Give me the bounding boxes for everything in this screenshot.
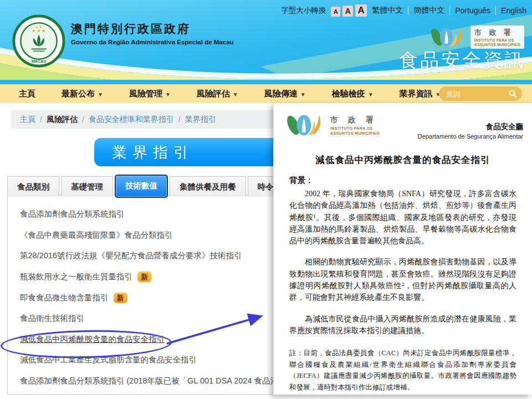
list-item-label: 《食品中農藥最高殘留限量》食品分類指引: [20, 230, 173, 241]
utility-bar: 字型大小轉換 AAA 繁體中文簡體中文PortuguêsEnglish: [281, 4, 526, 17]
list-item-label: 食品衛生技術指引: [20, 313, 84, 324]
nav-item-label: 風險傳達: [264, 89, 298, 99]
list-item-label: 減低食品中工業產生反式脂肪含量的食品安全指引: [20, 355, 197, 365]
nav-item-7[interactable]: 業界資訊▼: [400, 89, 441, 99]
list-item-label: 瓶裝飲用水之一般衛生質量指引: [20, 272, 132, 282]
gov-titles: 澳門特別行政區政府 Governo da Região Administrati…: [71, 21, 234, 45]
doc-iam-pt1: INSTITUTO PARA OS: [330, 126, 380, 130]
nav-item-label: 檢驗檢疫: [332, 89, 365, 99]
tab-3[interactable]: 技術數值: [115, 175, 168, 198]
site-title: 食品安全資訊: [399, 48, 525, 73]
list-item-label: 食品添加劑食品分類系統指引: [20, 209, 125, 219]
breadcrumb-separator: /: [178, 115, 181, 124]
font-size-button-1[interactable]: A: [331, 7, 340, 17]
nav-items: 主頁最新公布▼風險管理▼風險評估▼風險傳達▼檢驗檢疫▼業界資訊▼: [0, 89, 441, 99]
iam-logo-pt1: INSTITUTO PARA OS: [474, 38, 520, 42]
site-header: ★ ★ ★ ★ ★ MACAU 澳門特別行政區政府 Governo da Reg…: [0, 0, 532, 84]
language-divider: [449, 6, 450, 15]
svg-text:★ ★ ★: ★ ★ ★: [32, 28, 46, 33]
list-item-label: 減低食品中丙烯酰胺含量的食品安全指引: [20, 334, 165, 345]
page-title: 業界指引: [112, 142, 194, 162]
language-divider: [408, 6, 408, 15]
doc-title: 減低食品中丙烯酰胺含量的食品安全指引: [274, 154, 532, 166]
language-link-4[interactable]: English: [501, 6, 526, 15]
document-header: 市 政 署 INSTITUTO PARA OS ASSUNTOS MUNICIP…: [274, 103, 532, 147]
language-link-1[interactable]: 繁體中文: [372, 6, 403, 16]
gov-title-pt: Governo da Região Administrativa Especia…: [71, 39, 234, 45]
macau-government-logo: ★ ★ ★ ★ ★ MACAU: [12, 14, 65, 68]
nav-item-3[interactable]: 風險管理▼: [129, 89, 171, 99]
doc-note: 註：目前，食品法典委員會（CAC）尚未訂定食品中丙烯酰胺限量標準，聯合國糧食及農…: [289, 347, 516, 393]
iam-leaves-icon: [282, 108, 328, 143]
nav-item-6[interactable]: 檢驗檢疫▼: [332, 89, 374, 99]
doc-paragraph-1: 2002 年，瑞典國家食物局（SNFA）研究發現，許多富含碳水化合物的食品經高溫…: [289, 188, 516, 247]
breadcrumb-item-2: 風險評估: [47, 115, 78, 125]
svg-text:MACAU: MACAU: [32, 59, 47, 64]
nav-item-label: 風險評估: [197, 89, 230, 99]
nav-item-5[interactable]: 風險傳達▼: [264, 89, 306, 99]
language-links: 繁體中文簡體中文PortuguêsEnglish: [372, 6, 526, 16]
document-panel: 市 政 署 INSTITUTO PARA OS ASSUNTOS MUNICIP…: [273, 103, 532, 395]
doc-department: 食品安全廳 Departamento de Segurança Alimenta…: [418, 122, 523, 140]
search-box: [439, 86, 522, 101]
chevron-down-icon: ▼: [233, 91, 238, 98]
nav-item-label: 風險管理: [129, 89, 162, 99]
language-link-2[interactable]: 簡體中文: [413, 6, 444, 16]
font-size-label: 字型大小轉換: [281, 6, 326, 16]
list-item-label: 即食食品微生物含量指引: [20, 293, 109, 303]
nav-item-1[interactable]: 主頁: [19, 89, 35, 99]
new-badge: 新: [114, 293, 127, 303]
tab-2[interactable]: 基礎管理: [61, 176, 113, 197]
chevron-down-icon: ▼: [300, 91, 306, 98]
font-size-button-3[interactable]: A: [355, 4, 367, 17]
breadcrumb-separator: /: [40, 115, 42, 124]
font-size-buttons: AAA: [331, 4, 367, 17]
list-item-label: 食品添加劑食品分類系統指引 (2018年版已被「GL 001 DSA 2024 …: [20, 376, 303, 386]
nav-item-2[interactable]: 最新公布▼: [62, 89, 103, 99]
chevron-down-icon: ▼: [165, 91, 171, 98]
iam-logo-zh: 市 政 署: [474, 28, 520, 38]
breadcrumb-item-1[interactable]: 主頁: [20, 115, 35, 125]
breadcrumb-item-4[interactable]: 業界指引: [185, 115, 216, 125]
iam-logo-text: 市 政 署 INSTITUTO PARA OS ASSUNTOS MUNICIP…: [470, 25, 524, 49]
breadcrumb-separator: /: [82, 115, 84, 124]
breadcrumb-item-3[interactable]: 食品安全標準和業界指引: [89, 115, 174, 125]
font-size-button-2[interactable]: A: [342, 6, 353, 17]
chevron-down-icon: ▼: [368, 91, 374, 98]
nav-item-4[interactable]: 風險評估▼: [197, 89, 238, 99]
svg-text:★ ★: ★ ★: [35, 25, 42, 29]
language-divider: [495, 6, 496, 15]
list-item-label: 第28/2016號行政法規《嬰兒配方食品營養成分要求》技術指引: [20, 250, 242, 261]
doc-section-heading: 背景：: [289, 175, 516, 186]
gov-title-zh: 澳門特別行政區政府: [71, 21, 234, 37]
doc-dept-pt: Departamento de Segurança Alimentar: [418, 133, 523, 140]
tab-1[interactable]: 食品類別: [7, 176, 59, 197]
doc-iam-logo-text: 市 政 署 INSTITUTO PARA OS ASSUNTOS MUNICIP…: [330, 115, 380, 135]
nav-item-label: 最新公布: [62, 89, 95, 99]
new-badge: 新: [137, 272, 151, 282]
language-link-3[interactable]: Português: [455, 6, 490, 15]
iam-logo-pt2: ASSUNTOS MUNICIPAIS: [474, 43, 520, 47]
doc-dept-zh: 食品安全廳: [418, 122, 523, 132]
nav-item-label: 主頁: [19, 89, 35, 99]
nav-item-label: 業界資訊: [400, 89, 433, 99]
doc-paragraphs: 2002 年，瑞典國家食物局（SNFA）研究發現，許多富含碳水化合物的食品經高溫…: [289, 188, 516, 336]
search-icon[interactable]: [508, 89, 517, 98]
doc-paragraph-3: 為減低市民從食品中攝入丙烯酰胺所造成的潛在健康風險，業界應按實際情況採取本指引的…: [289, 313, 516, 337]
doc-iam-zh: 市 政 署: [330, 115, 380, 125]
chevron-down-icon: ▼: [98, 91, 103, 98]
tab-4[interactable]: 集體供餐及用餐: [170, 176, 246, 197]
main-nav: 主頁最新公布▼風險管理▼風險評估▼風險傳達▼檢驗檢疫▼業界資訊▼: [0, 84, 532, 103]
doc-iam-pt2: ASSUNTOS MUNICIPAIS: [330, 131, 380, 135]
tab-bar: 食品類別基礎管理技術數值集體供餐及用餐時令食品: [7, 175, 300, 197]
doc-body: 背景： 2002 年，瑞典國家食物局（SNFA）研究發現，許多富含碳水化合物的食…: [274, 175, 532, 393]
doc-paragraph-2: 相關的動物實驗研究顯示，丙烯酰胺會損害動物基因，以及導致動物出現繁殖和發育問題，…: [289, 256, 516, 303]
